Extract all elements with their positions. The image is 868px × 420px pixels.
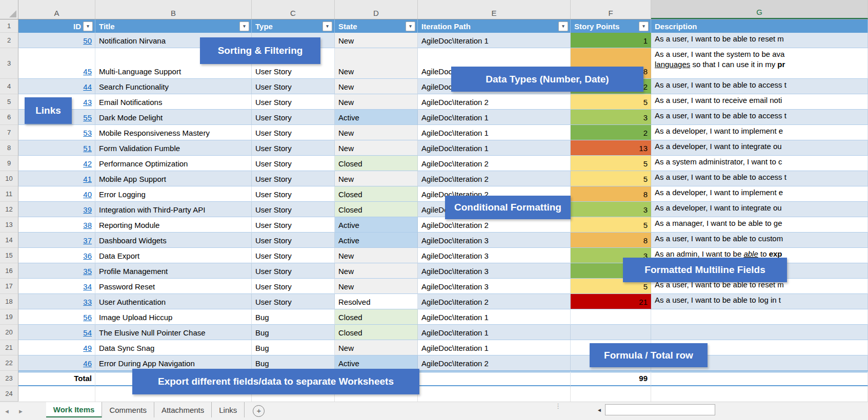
cell-state[interactable]: New — [335, 248, 418, 263]
cell-description[interactable]: As a developer, I want to implement e — [651, 125, 868, 140]
cell-iteration-path[interactable]: AgileDoc\Iteration 3 — [418, 248, 571, 263]
cell-id[interactable]: 54 — [18, 325, 95, 340]
cell-type[interactable]: User Story — [252, 110, 335, 125]
cell-iteration-path[interactable]: AgileDoc\Iteration 1 — [418, 110, 571, 125]
cell-iteration-path[interactable]: AgileDoc\Iteration 2 — [418, 171, 571, 186]
cell-iteration-path[interactable] — [418, 371, 571, 386]
cell-state[interactable]: Active — [335, 110, 418, 125]
row-header[interactable]: 13 — [0, 217, 18, 233]
cell-description[interactable] — [651, 325, 868, 340]
cell-id[interactable]: 36 — [18, 248, 95, 263]
cell-description[interactable] — [651, 386, 868, 402]
sheet-tab-comments[interactable]: Comments — [102, 402, 154, 417]
cell-story-points[interactable]: 13 — [571, 140, 651, 156]
hscroll-thumb[interactable] — [605, 404, 715, 415]
row-header[interactable]: 23 — [0, 371, 18, 386]
tab-scroll-left-arrow[interactable]: ◄ — [0, 402, 14, 420]
column-header-E[interactable]: E — [418, 0, 571, 19]
cell-title[interactable]: The Elusive Null Pointer Chase — [95, 325, 252, 340]
cell-description[interactable]: As a user, I want to receive email noti — [651, 94, 868, 110]
cell-description[interactable] — [651, 309, 868, 325]
row-header[interactable]: 14 — [0, 233, 18, 248]
cell-description[interactable]: As a user, I want to be able to access t — [651, 171, 868, 186]
cell-iteration-path[interactable]: AgileDoc\Iteration 3 — [418, 279, 571, 294]
filter-dropdown-icon[interactable]: ▾ — [639, 22, 649, 31]
cell-type[interactable]: User Story — [252, 202, 335, 217]
column-header-D[interactable]: D — [335, 0, 418, 19]
cell-story-points[interactable]: 3 — [571, 110, 651, 125]
cell-title[interactable]: User Authentication — [95, 294, 252, 309]
cell-title[interactable]: Image Upload Hiccup — [95, 309, 252, 325]
row-header-1[interactable]: 1 — [0, 19, 18, 33]
cell-story-points[interactable]: 8 — [571, 186, 651, 202]
tab-scrollbar-splitter[interactable]: ⋮ — [555, 404, 559, 408]
cell-title[interactable]: Dark Mode Delight — [95, 110, 252, 125]
cell-title[interactable]: Mobile Responsiveness Mastery — [95, 125, 252, 140]
cell-story-points[interactable]: 8 — [571, 233, 651, 248]
cell-iteration-path[interactable]: AgileDoc\Iteration 2 — [418, 355, 571, 371]
cell-description[interactable]: As a manager, I want to be able to ge — [651, 217, 868, 233]
table-header-id[interactable]: ID▾ — [18, 19, 95, 33]
cell-state[interactable]: Closed — [335, 186, 418, 202]
cell-iteration-path[interactable]: AgileDoc\Iteration 1 — [418, 309, 571, 325]
table-header-story-points[interactable]: Story Points▾ — [571, 19, 651, 33]
cell-state[interactable]: New — [335, 33, 418, 48]
row-header[interactable]: 15 — [0, 248, 18, 263]
table-header-title[interactable]: Title▾ — [95, 19, 252, 33]
row-header[interactable]: 19 — [0, 309, 18, 325]
row-header[interactable]: 16 — [0, 263, 18, 279]
cell-type[interactable]: User Story — [252, 79, 335, 94]
tab-scroll-right-arrow[interactable]: ► — [14, 402, 28, 420]
cell-id[interactable]: 45 — [18, 48, 95, 79]
row-header[interactable]: 9 — [0, 156, 18, 171]
cell-description[interactable]: As a developer, I want to implement e — [651, 186, 868, 202]
new-sheet-button[interactable]: + — [245, 402, 273, 420]
cell-state[interactable]: New — [335, 279, 418, 294]
filter-dropdown-icon[interactable]: ▾ — [406, 22, 415, 31]
row-header[interactable]: 7 — [0, 125, 18, 140]
row-header[interactable]: 24 — [0, 386, 18, 402]
cell-description[interactable]: As a user, I want to be able to log in t — [651, 294, 868, 309]
cell-title[interactable]: Integration with Third-Party API — [95, 202, 252, 217]
row-header[interactable]: 17 — [0, 279, 18, 294]
cell-iteration-path[interactable]: AgileDoc\Iteration 3 — [418, 233, 571, 248]
cell-iteration-path[interactable] — [418, 386, 571, 402]
cell-description[interactable]: As a user, I want to be able to access t — [651, 110, 868, 125]
cell-id[interactable]: Total — [18, 371, 95, 386]
cell-id[interactable]: 49 — [18, 340, 95, 355]
cell-story-points[interactable] — [571, 309, 651, 325]
cell-type[interactable]: User Story — [252, 217, 335, 233]
filter-dropdown-icon[interactable]: ▾ — [322, 22, 332, 31]
cell-type[interactable]: User Story — [252, 140, 335, 156]
cell-state[interactable]: Closed — [335, 202, 418, 217]
cell-story-points[interactable]: 5 — [571, 171, 651, 186]
cell-state[interactable]: New — [335, 48, 418, 79]
row-header[interactable]: 20 — [0, 325, 18, 340]
cell-title[interactable]: Password Reset — [95, 279, 252, 294]
column-header-G[interactable]: G — [651, 0, 868, 19]
cell-title[interactable]: Profile Management — [95, 263, 252, 279]
row-header[interactable]: 3 — [0, 48, 18, 79]
cell-title[interactable]: Reporting Module — [95, 217, 252, 233]
cell-story-points[interactable]: 5 — [571, 156, 651, 171]
cell-id[interactable]: 42 — [18, 156, 95, 171]
cell-state[interactable]: Closed — [335, 309, 418, 325]
cell-title[interactable]: Dashboard Widgets — [95, 233, 252, 248]
row-header[interactable]: 22 — [0, 355, 18, 371]
column-header-B[interactable]: B — [95, 0, 252, 19]
cell-description[interactable]: As a developer, I want to integrate ou — [651, 140, 868, 156]
cell-type[interactable]: Bug — [252, 340, 335, 355]
cell-iteration-path[interactable]: AgileDoc\Iteration 3 — [418, 263, 571, 279]
cell-story-points[interactable]: 5 — [571, 217, 651, 233]
filter-dropdown-icon[interactable]: ▾ — [558, 22, 568, 31]
cell-description[interactable]: As a system administrator, I want to c — [651, 156, 868, 171]
row-header[interactable]: 21 — [0, 340, 18, 355]
cell-story-points[interactable]: 2 — [571, 125, 651, 140]
table-header-state[interactable]: State▾ — [335, 19, 418, 33]
cell-description[interactable]: As a user, I want to be able to access t — [651, 79, 868, 94]
cell-type[interactable]: User Story — [252, 248, 335, 263]
sheet-tab-links[interactable]: Links — [212, 402, 245, 417]
row-header[interactable]: 8 — [0, 140, 18, 156]
cell-story-points[interactable] — [571, 325, 651, 340]
cell-id[interactable]: 40 — [18, 186, 95, 202]
